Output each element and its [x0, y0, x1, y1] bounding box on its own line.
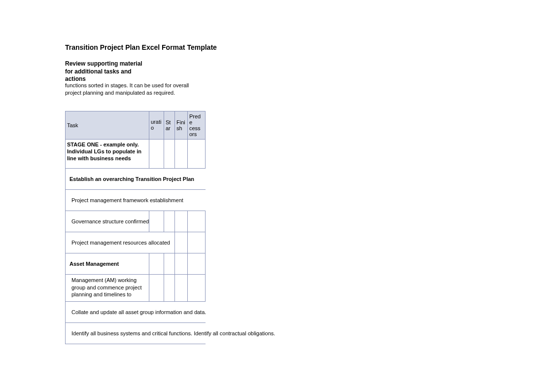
- pm-framework-text: Project management framework establishme…: [71, 197, 183, 203]
- row-collate: Collate and update all asset group infor…: [66, 302, 206, 323]
- intro-body: functions sorted in stages. It can be us…: [65, 82, 189, 96]
- asset-mgmt-text: Asset Management: [69, 261, 119, 267]
- intro-text: This spreadsheet contains all actions fr…: [65, 82, 191, 97]
- row-overarching: Establish an overarching Transition Proj…: [66, 169, 206, 190]
- row-governance: Governance structure confirmed: [66, 211, 206, 232]
- row-identify: Identify all business systems and critic…: [66, 323, 206, 344]
- collate-text: Collate and update all asset group infor…: [71, 309, 206, 315]
- plan-table: Task uratio Star Finish Predecessors STA…: [65, 111, 206, 344]
- governance-text: Governance structure confirmed: [71, 218, 149, 224]
- row-am-group: Management (AM) working group and commen…: [66, 275, 206, 302]
- row-pm-framework: Project management framework establishme…: [66, 190, 206, 211]
- document-page: Transition Project Plan Excel Format Tem…: [65, 43, 361, 344]
- table-header-row: Task uratio Star Finish Predecessors: [66, 111, 206, 140]
- page-title: Transition Project Plan Excel Format Tem…: [65, 43, 361, 51]
- review-subtitle: Review supporting material for additiona…: [65, 60, 149, 83]
- col-predecessors: Predecessors: [188, 111, 206, 140]
- row-pm-resources: Project management resources allocated: [66, 232, 206, 253]
- identify-text: Identify all business systems and critic…: [71, 330, 275, 336]
- col-duration: uratio: [149, 111, 164, 140]
- overarching-text: Establish an overarching Transition Proj…: [69, 176, 194, 182]
- am-group-text: Management (AM) working group and commen…: [71, 277, 147, 299]
- row-stage-one: STAGE ONE - example only. Individual LGs…: [66, 140, 206, 169]
- pm-resources-text: Project management resources allocated: [71, 240, 170, 246]
- stage-one-text: STAGE ONE - example only. Individual LGs…: [67, 142, 147, 166]
- col-finish: Finish: [175, 111, 188, 140]
- col-task: Task: [66, 111, 149, 140]
- col-start: Star: [164, 111, 175, 140]
- row-asset-mgmt: Asset Management: [66, 253, 206, 275]
